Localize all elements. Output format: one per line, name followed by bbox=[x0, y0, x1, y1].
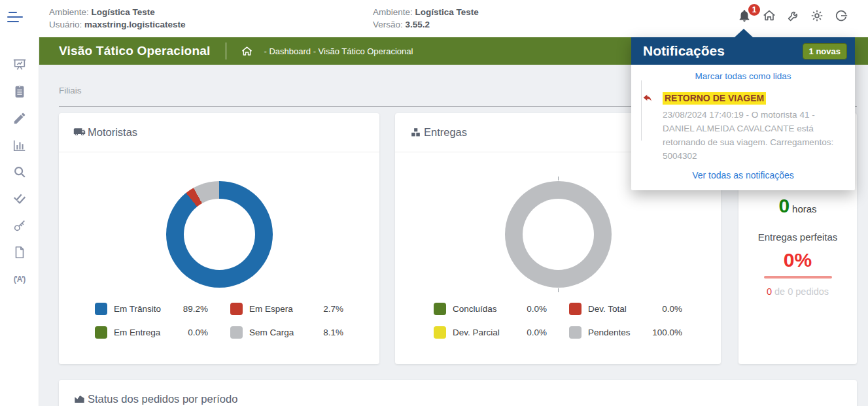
page-title: Visão Tático Operacional bbox=[59, 44, 210, 58]
bar-chart-icon[interactable] bbox=[12, 138, 27, 154]
legend-item[interactable]: Concluídas0.0% bbox=[434, 303, 547, 315]
legend-swatch bbox=[230, 303, 243, 315]
entregas-perfeitas-subtext: 0 de 0 pedidos bbox=[738, 286, 857, 297]
logout-icon[interactable] bbox=[834, 8, 848, 23]
environment-value-2: Logística Teste bbox=[415, 7, 479, 17]
broadcast-icon[interactable]: ('A') bbox=[12, 272, 27, 288]
gear-icon[interactable] bbox=[810, 8, 824, 23]
legend-item[interactable]: Em Entrega0.0% bbox=[95, 326, 208, 339]
notification-title[interactable]: RETORNO DE VIAGEM bbox=[663, 92, 766, 105]
mark-all-read-link[interactable]: Marcar todas como lidas bbox=[631, 65, 855, 86]
legend-value: 0.0% bbox=[513, 304, 547, 314]
status-pedidos-card-title: Status dos pedidos por período bbox=[88, 393, 237, 405]
legend-item[interactable]: Em Trânsito89.2% bbox=[95, 303, 208, 315]
legend-label: Pendentes bbox=[588, 328, 648, 337]
document-icon[interactable] bbox=[12, 245, 27, 261]
donut-tick bbox=[558, 288, 559, 292]
truck-icon bbox=[73, 126, 86, 139]
legend-swatch bbox=[230, 326, 243, 339]
app-screen: Ambiente: Logística Teste Usuário: maxst… bbox=[0, 0, 868, 406]
notifications-new-badge: 1 novas bbox=[803, 43, 847, 59]
legend-item[interactable]: Sem Carga8.1% bbox=[230, 326, 343, 339]
legend-swatch bbox=[569, 303, 582, 315]
entregas-donut-chart[interactable] bbox=[505, 181, 612, 288]
legend-value: 89.2% bbox=[174, 304, 208, 314]
user-value: maxstring.logisticateste bbox=[84, 20, 186, 29]
legend-label: Em Trânsito bbox=[114, 304, 174, 314]
legend-label: Dev. Parcial bbox=[453, 328, 513, 337]
search-icon[interactable] bbox=[12, 165, 27, 180]
header-divider bbox=[226, 42, 226, 59]
view-all-notifications-link[interactable]: Ver todas as notificações bbox=[631, 163, 855, 190]
legend-swatch bbox=[95, 303, 107, 315]
legend-value: 0.0% bbox=[513, 328, 547, 337]
entregas-perfeitas-progress-bar bbox=[764, 276, 832, 279]
legend-swatch bbox=[434, 326, 446, 339]
legend-swatch bbox=[434, 303, 446, 315]
status-pedidos-card-header: Status dos pedidos por período bbox=[59, 380, 857, 406]
packages-icon bbox=[409, 126, 422, 139]
motoristas-legend: Em Trânsito89.2%Em Espera2.7%Em Entrega0… bbox=[59, 303, 379, 339]
version-value: 3.55.2 bbox=[406, 20, 430, 29]
notifications-panel: Notificações 1 novas Marcar todas como l… bbox=[631, 37, 855, 190]
notification-count-badge: 1 bbox=[748, 4, 760, 16]
environment-value: Logística Teste bbox=[92, 7, 155, 17]
entregas-card-title: Entregas bbox=[424, 126, 467, 139]
breadcrumb: - Dashboard - Visão Tático Operacional bbox=[264, 46, 413, 56]
legend-label: Em Espera bbox=[249, 304, 309, 314]
pedidos-count: 0 bbox=[767, 286, 772, 297]
motoristas-card: Motoristas Em Trânsito89.2%Em Espera2.7%… bbox=[59, 113, 379, 364]
legend-value: 0.0% bbox=[648, 304, 682, 314]
legend-label: Sem Carga bbox=[249, 328, 309, 337]
environment-label-2: Ambiente: bbox=[373, 7, 413, 17]
legend-item[interactable]: Em Espera2.7% bbox=[230, 303, 343, 315]
key-icon[interactable] bbox=[12, 218, 27, 234]
legend-swatch bbox=[569, 326, 582, 339]
legend-item[interactable]: Pendentes100.0% bbox=[569, 326, 682, 339]
user-label: Usuário: bbox=[49, 20, 82, 29]
entregas-perfeitas-value: 0% bbox=[738, 249, 857, 271]
legend-value: 100.0% bbox=[648, 328, 682, 337]
motoristas-card-header: Motoristas bbox=[59, 113, 379, 152]
legend-value: 0.0% bbox=[174, 328, 208, 337]
environment-label: Ambiente: bbox=[49, 7, 89, 17]
legend-swatch bbox=[95, 326, 107, 339]
legend-label: Concluídas bbox=[453, 304, 513, 314]
legend-item[interactable]: Dev. Total0.0% bbox=[569, 303, 682, 315]
clipboard-icon[interactable] bbox=[12, 84, 27, 100]
breadcrumb-home-icon[interactable] bbox=[241, 45, 253, 58]
notification-body: 23/08/2024 17:40:19 - O motorista 41 - D… bbox=[663, 108, 847, 163]
version-label: Versão: bbox=[373, 20, 403, 29]
pencil-icon[interactable] bbox=[12, 111, 27, 127]
tma-value: 0horas bbox=[738, 195, 857, 217]
pedidos-total-text: de 0 pedidos bbox=[774, 286, 829, 297]
status-pedidos-card: Status dos pedidos por período bbox=[59, 380, 857, 406]
double-check-icon[interactable] bbox=[12, 192, 27, 207]
legend-label: Em Entrega bbox=[114, 328, 174, 337]
donut-tick bbox=[558, 177, 559, 180]
notification-item[interactable]: RETORNO DE VIAGEM 23/08/2024 17:40:19 - … bbox=[631, 92, 847, 163]
wrench-icon[interactable] bbox=[786, 8, 801, 23]
entregas-legend: Concluídas0.0%Dev. Total0.0%Dev. Parcial… bbox=[395, 303, 721, 339]
notifications-header: Notificações 1 novas bbox=[631, 37, 855, 65]
menu-hamburger-icon[interactable] bbox=[7, 10, 24, 26]
home-icon[interactable] bbox=[762, 8, 776, 23]
presentation-chart-icon[interactable] bbox=[12, 58, 27, 73]
environment-version-info: Ambiente: Logística Teste Versão: 3.55.2 bbox=[373, 6, 479, 31]
legend-item[interactable]: Dev. Parcial0.0% bbox=[434, 326, 547, 339]
environment-user-info: Ambiente: Logística Teste Usuário: maxst… bbox=[49, 6, 186, 31]
notifications-title: Notificações bbox=[643, 43, 725, 59]
legend-value: 8.1% bbox=[309, 328, 343, 337]
entregas-perfeitas-label: Entregas perfeitas bbox=[738, 231, 857, 243]
legend-value: 2.7% bbox=[309, 304, 343, 314]
tma-unit: horas bbox=[792, 203, 817, 214]
area-chart-icon bbox=[73, 393, 86, 405]
legend-label: Dev. Total bbox=[588, 304, 648, 314]
motoristas-card-title: Motoristas bbox=[88, 126, 137, 139]
tma-number: 0 bbox=[778, 195, 790, 216]
return-arrow-icon bbox=[642, 93, 652, 103]
motoristas-donut-chart[interactable] bbox=[166, 181, 273, 288]
sidebar: ('A') bbox=[0, 37, 39, 406]
